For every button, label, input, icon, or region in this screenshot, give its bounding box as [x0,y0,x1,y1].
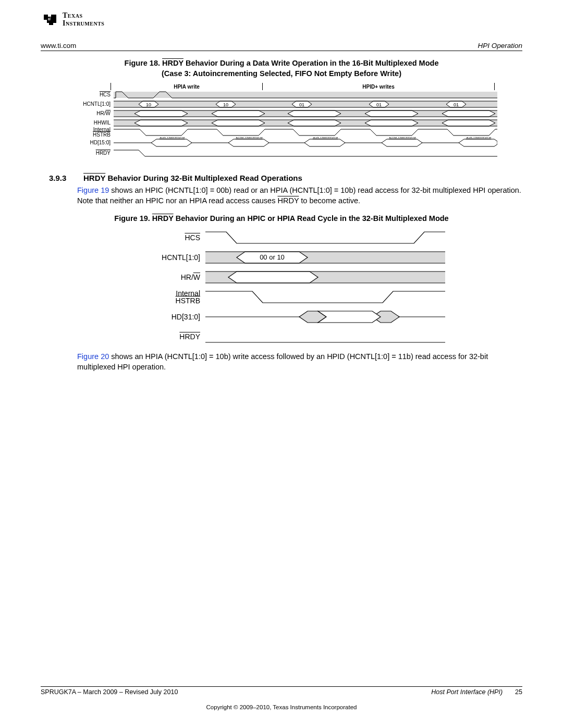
svg-text:01: 01 [299,102,304,107]
figure-19-caption: Figure 19. HRDY Behavior During an HPIC … [41,214,522,223]
fig19-rest: Behavior During an HPIC or HPIA Read Cyc… [174,214,449,223]
logo-text-1: Texas [63,12,104,20]
fig18-label-hcntl: HCNTL[1:0] [72,102,114,107]
fig18-phase-2: HPID+ writes [263,83,494,90]
header-section: HPI Operation [478,42,522,50]
fig19-hrw-wave [205,269,445,285]
para1-hrdy: HRDY [277,196,299,205]
fig18-rest: Behavior During a Data Write Operation i… [183,59,439,67]
svg-text:01: 01 [454,102,459,107]
page: ti Texas Instruments www.ti.com HPI Oper… [0,0,563,728]
svg-text:2nd halfword: 2nd halfword [389,137,416,139]
fig18-hcs-wave [114,91,497,99]
fig18-label-hrdy: HRDY [96,150,111,156]
fig18-hhwil-wave [114,119,497,127]
fig19-hrdy: HRDY [152,214,174,223]
footer-docid: SPRUGK7A – March 2009 – Revised July 201… [41,688,178,696]
logo-text-2: Instruments [63,20,104,28]
fig18-hrdy: HRDY [162,59,183,67]
fig18-hd-wave: 1st halfword 2nd halfword 1st halfword 2… [114,137,497,149]
fig19-hd-wave [205,309,445,325]
fig18-label-hcs: HCS [100,92,111,97]
svg-text:1st halfword: 1st halfword [466,137,492,139]
fig19-hcntl-wave: 00 or 10 [205,250,445,265]
para2-text: shows an HPIA (HCNTL[1:0] = 10b) write a… [77,352,488,371]
figure-20-link[interactable]: Figure 20 [77,352,109,361]
svg-text:01: 01 [376,102,382,107]
svg-text:10: 10 [223,102,228,107]
figure-19-link[interactable]: Figure 19 [77,186,109,194]
fig18-subtitle: (Case 3: Autoincrementing Selected, FIFO… [162,69,401,78]
fig18-prefix: Figure 18. [125,59,163,67]
footer-title: Host Port Interface (HPI) [431,688,503,696]
fig18-label-hrw: HR/W [96,110,111,116]
section-hrdy: HRDY [83,174,105,182]
header-url[interactable]: www.ti.com [41,42,76,50]
figure-18-caption: Figure 18. HRDY Behavior During a Data W… [41,58,522,79]
fig19-hstrb-wave [205,289,445,305]
section-heading: 3.9.3 HRDY Behavior During 32-Bit Multip… [41,174,522,182]
fig18-label-hhwil: HHWIL [72,120,114,126]
fig18-hstrb-wave [114,128,497,137]
svg-text:1st halfword: 1st halfword [313,137,338,139]
fig18-hrdy-wave [114,149,497,157]
svg-text:1st halfword: 1st halfword [160,137,185,139]
fig19-label-hd: HD[31:0] [150,313,205,321]
footer-copyright: Copyright © 2009–2010, Texas Instruments… [0,704,563,710]
fig19-hrdy-wave [205,329,445,344]
svg-text:10: 10 [146,102,151,107]
fig19-label-hstrb: HSTRB [176,297,200,305]
page-footer: SPRUGK7A – March 2009 – Revised July 201… [41,686,522,696]
svg-text:2nd halfword: 2nd halfword [236,137,263,139]
fig19-label-hrw: HR/W [181,273,200,281]
paragraph-1: Figure 19 shows an HPIC (HCNTL[1:0] = 00… [77,186,522,206]
para1-text2: to become active. [299,196,360,205]
paragraph-2: Figure 20 shows an HPIA (HCNTL[1:0] = 10… [77,352,522,372]
fig18-hrw-wave [114,109,497,118]
fig19-label-hcntl: HCNTL[1:0] [150,254,205,262]
fig19-label-hcs: HCS [185,233,200,242]
section-number: 3.9.3 [49,174,83,182]
figure-19-diagram: HCS HCNTL[1:0] 00 or 10 HR/W [150,228,522,347]
fig18-label-hd: HD[15:0] [72,140,114,145]
fig19-prefix: Figure 19. [114,214,152,223]
section-title-rest: Behavior During 32-Bit Multiplexed Read … [105,174,302,182]
svg-text:00 or 10: 00 or 10 [260,253,285,261]
page-header: www.ti.com HPI Operation [41,42,522,51]
figure-18-diagram: HPIA write HPID+ writes HCS HCNTL[1:0] [72,83,522,158]
fig18-label-hstrb: HSTRB [93,132,111,138]
fig19-hcs-wave [205,230,445,245]
ti-chip-icon: ti [41,10,59,29]
fig18-hcntl-wave: 10 10 01 01 01 [114,100,497,108]
company-logo: ti Texas Instruments [41,10,522,29]
footer-page-number: 25 [515,688,522,696]
fig18-phase-1: HPIA write [111,83,262,90]
fig19-label-hrdy: HRDY [179,332,200,341]
svg-text:ti: ti [48,16,51,21]
